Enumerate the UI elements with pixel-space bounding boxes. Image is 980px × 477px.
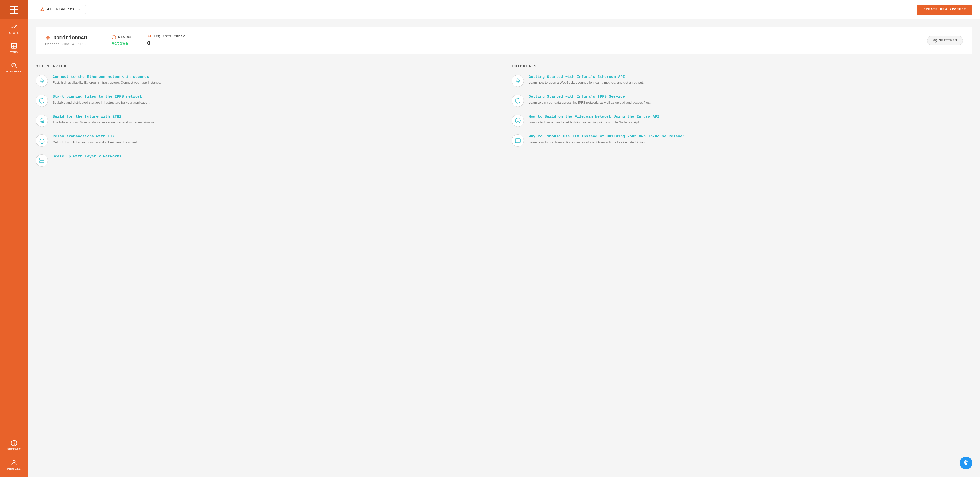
project-created: Created June 4, 2022 bbox=[45, 42, 96, 46]
sidebar-logo[interactable] bbox=[0, 0, 28, 19]
gs-icon-0 bbox=[36, 75, 48, 87]
gs-item-0[interactable]: Connect to the Ethereum network in secon… bbox=[36, 75, 496, 87]
sidebar-label-explorer: EXPLORER bbox=[6, 70, 22, 73]
itx-tut-icon bbox=[515, 137, 521, 144]
tutorials-title: TUTORIALS bbox=[512, 64, 972, 68]
gs-desc-0: Fast, high availability Ethereum infrast… bbox=[52, 80, 161, 85]
accessibility-button[interactable] bbox=[959, 456, 972, 469]
svg-point-14 bbox=[42, 8, 43, 8]
svg-rect-3 bbox=[14, 6, 14, 14]
tut-icon-3 bbox=[512, 134, 524, 147]
gs-title-1[interactable]: Start pinning files to the IPFS network bbox=[52, 95, 150, 99]
tut-item-2[interactable]: How to Build on the Filecoin Network Usi… bbox=[512, 114, 972, 127]
svg-point-43 bbox=[966, 460, 967, 461]
gs-item-3[interactable]: Relay transactions with ITX Get rid of s… bbox=[36, 134, 496, 147]
tut-icon-0 bbox=[512, 75, 524, 87]
ipfs-tut-icon bbox=[515, 98, 521, 104]
sidebar-label-support: SUPPORT bbox=[7, 448, 21, 451]
project-name: DominionDAO bbox=[53, 35, 87, 41]
svg-rect-41 bbox=[515, 138, 520, 143]
chevron-down-icon bbox=[77, 7, 82, 12]
tut-icon-1 bbox=[512, 95, 524, 107]
get-started-section: GET STARTED Connect to the Ethereum netw… bbox=[36, 64, 496, 174]
explorer-icon bbox=[11, 62, 18, 68]
gs-title-0[interactable]: Connect to the Ethereum network in secon… bbox=[52, 75, 161, 79]
status-label: STATUS bbox=[118, 35, 132, 39]
create-new-project-button[interactable]: CREATE NEW PROJECT bbox=[918, 5, 972, 14]
gs-desc-3: Get rid of stuck transactions, and don't… bbox=[52, 140, 138, 145]
status-icon bbox=[111, 35, 116, 40]
filecoin-tut-icon bbox=[515, 118, 521, 124]
gs-title-2[interactable]: Build for the future with ETH2 bbox=[52, 114, 155, 119]
gs-icon-3 bbox=[36, 134, 48, 147]
sidebar-item-txns[interactable]: TXNS bbox=[0, 38, 28, 58]
sidebar-item-explorer[interactable]: EXPLORER bbox=[0, 58, 28, 77]
all-products-dropdown[interactable]: All Products bbox=[36, 5, 86, 14]
sidebar-label-stats: STATS bbox=[9, 31, 19, 35]
txns-icon bbox=[11, 43, 18, 49]
svg-point-28 bbox=[935, 40, 935, 41]
content-area: DominionDAO Created June 4, 2022 STATUS … bbox=[28, 19, 980, 477]
tut-title-1[interactable]: Getting Started with Infura's IPFS Servi… bbox=[528, 95, 651, 99]
gs-item-1[interactable]: Start pinning files to the IPFS network … bbox=[36, 95, 496, 107]
tut-title-3[interactable]: Why You Should Use ITX Instead of Buildi… bbox=[528, 134, 685, 139]
gs-title-3[interactable]: Relay transactions with ITX bbox=[52, 134, 138, 139]
gs-item-4[interactable]: Scale up with Layer 2 Networks bbox=[36, 154, 496, 167]
tut-title-0[interactable]: Getting Started with Infura's Ethereum A… bbox=[528, 75, 644, 79]
status-section: STATUS Active bbox=[111, 35, 132, 46]
tut-item-0[interactable]: Getting Started with Infura's Ethereum A… bbox=[512, 75, 972, 87]
status-label-row: STATUS bbox=[111, 35, 132, 40]
itx-gs-icon bbox=[39, 137, 45, 144]
requests-value: 0 bbox=[147, 40, 185, 47]
svg-line-17 bbox=[41, 8, 42, 10]
requests-label: REQUESTS TODAY bbox=[154, 35, 185, 38]
get-started-title: GET STARTED bbox=[36, 64, 496, 68]
project-card: DominionDAO Created June 4, 2022 STATUS … bbox=[36, 27, 972, 54]
layer2-gs-icon bbox=[39, 157, 45, 164]
svg-rect-34 bbox=[40, 158, 44, 160]
network-icon bbox=[40, 7, 45, 12]
ethereum-gs-icon bbox=[39, 78, 45, 84]
sidebar: STATS TXNS EXPLORER SUPPORT bbox=[0, 0, 28, 477]
svg-marker-30 bbox=[40, 81, 44, 83]
tut-desc-0: Learn how to open a WebSocket connection… bbox=[528, 80, 644, 85]
gs-icon-2: 2 bbox=[36, 114, 48, 127]
settings-button[interactable]: SETTINGS bbox=[927, 36, 963, 45]
svg-point-13 bbox=[13, 460, 15, 463]
sections-row: GET STARTED Connect to the Ethereum netw… bbox=[36, 64, 972, 174]
sidebar-item-support[interactable]: SUPPORT bbox=[0, 436, 28, 455]
profile-icon bbox=[11, 459, 18, 466]
tut-item-3[interactable]: Why You Should Use ITX Instead of Buildi… bbox=[512, 134, 972, 147]
tut-desc-3: Learn how Infura Transactions creates ef… bbox=[528, 140, 685, 145]
sidebar-label-profile: PROFILE bbox=[7, 467, 21, 471]
arrow-annotation bbox=[906, 19, 957, 31]
requests-icon bbox=[147, 34, 151, 39]
svg-rect-4 bbox=[11, 43, 17, 48]
accessibility-icon bbox=[963, 460, 969, 467]
gs-desc-1: Scalable and distributed storage infrast… bbox=[52, 100, 150, 105]
sidebar-item-profile[interactable]: PROFILE bbox=[0, 455, 28, 474]
support-icon bbox=[11, 440, 18, 447]
svg-line-18 bbox=[42, 8, 44, 10]
ethereum-icon bbox=[45, 35, 51, 41]
tut-item-1[interactable]: Getting Started with Infura's IPFS Servi… bbox=[512, 95, 972, 107]
all-products-label: All Products bbox=[47, 7, 75, 11]
eth-tut-icon bbox=[515, 78, 521, 84]
gs-icon-1 bbox=[36, 95, 48, 107]
status-value: Active bbox=[111, 41, 132, 46]
tut-title-2[interactable]: How to Build on the Filecoin Network Usi… bbox=[528, 114, 659, 119]
gs-desc-2: The future is now. More scalable, more s… bbox=[52, 120, 155, 125]
sidebar-item-stats[interactable]: STATS bbox=[0, 19, 28, 38]
project-info: DominionDAO Created June 4, 2022 bbox=[45, 35, 96, 46]
gs-title-4[interactable]: Scale up with Layer 2 Networks bbox=[52, 154, 121, 159]
svg-marker-37 bbox=[516, 81, 520, 83]
gs-item-2[interactable]: 2 Build for the future with ETH2 The fut… bbox=[36, 114, 496, 127]
tut-desc-1: Learn to pin your data across the IPFS n… bbox=[528, 100, 651, 105]
svg-rect-35 bbox=[40, 161, 44, 163]
ipfs-gs-icon bbox=[39, 98, 45, 104]
project-name-row: DominionDAO bbox=[45, 35, 96, 41]
svg-point-12 bbox=[14, 444, 14, 445]
topbar-left: All Products bbox=[36, 5, 86, 14]
sidebar-label-txns: TXNS bbox=[10, 51, 18, 54]
stats-icon bbox=[11, 23, 18, 30]
